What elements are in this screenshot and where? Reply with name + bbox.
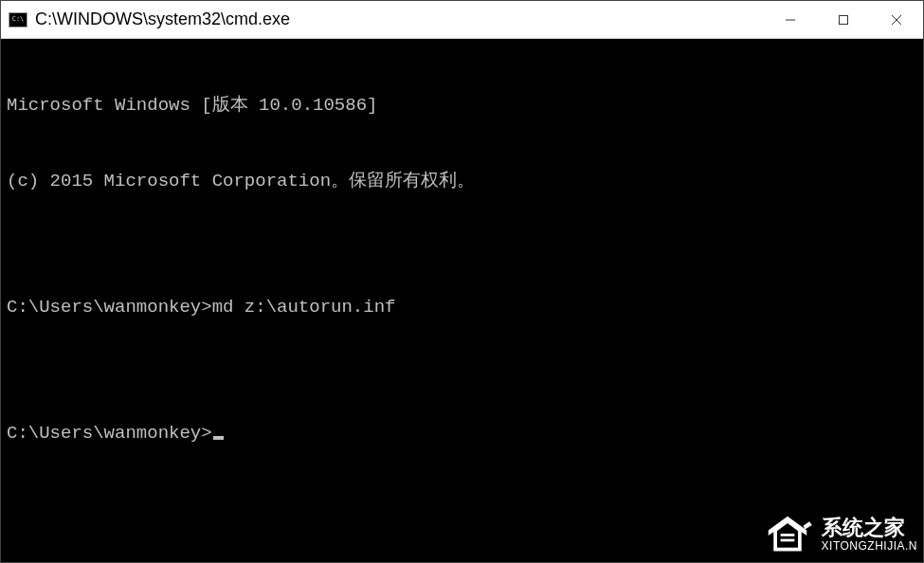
watermark-logo-icon bbox=[761, 513, 814, 556]
cursor-icon bbox=[213, 436, 224, 440]
svg-rect-5 bbox=[780, 539, 794, 542]
maximize-icon bbox=[838, 14, 849, 26]
maximize-button[interactable] bbox=[817, 1, 870, 38]
close-icon bbox=[891, 14, 902, 26]
svg-rect-1 bbox=[840, 15, 848, 24]
close-button[interactable] bbox=[870, 1, 923, 38]
window-title: C:\WINDOWS\system32\cmd.exe bbox=[35, 9, 764, 29]
watermark-url: XITONGZHIJIA.N bbox=[822, 540, 917, 553]
minimize-button[interactable] bbox=[764, 1, 817, 38]
prompt-text: C:\Users\wanmonkey> bbox=[7, 423, 212, 444]
watermark-text: 系统之家 XITONGZHIJIA.N bbox=[822, 517, 917, 552]
terminal-command-1: C:\Users\wanmonkey>md z:\autorun.inf bbox=[7, 295, 917, 320]
titlebar[interactable]: C:\WINDOWS\system32\cmd.exe bbox=[1, 1, 923, 39]
svg-rect-4 bbox=[780, 534, 794, 536]
cmd-window: C:\WINDOWS\system32\cmd.exe Microsoft Wi… bbox=[0, 0, 924, 563]
watermark-name: 系统之家 bbox=[822, 517, 917, 539]
window-controls bbox=[764, 1, 923, 38]
cmd-icon bbox=[9, 12, 27, 27]
minimize-icon bbox=[785, 14, 796, 26]
terminal-line-copyright: (c) 2015 Microsoft Corporation。保留所有权利。 bbox=[7, 169, 917, 194]
terminal-area[interactable]: Microsoft Windows [版本 10.0.10586] (c) 20… bbox=[1, 39, 923, 562]
terminal-line-version: Microsoft Windows [版本 10.0.10586] bbox=[7, 93, 917, 118]
terminal-prompt-current: C:\Users\wanmonkey> bbox=[7, 421, 917, 446]
watermark: 系统之家 XITONGZHIJIA.N bbox=[761, 513, 917, 556]
